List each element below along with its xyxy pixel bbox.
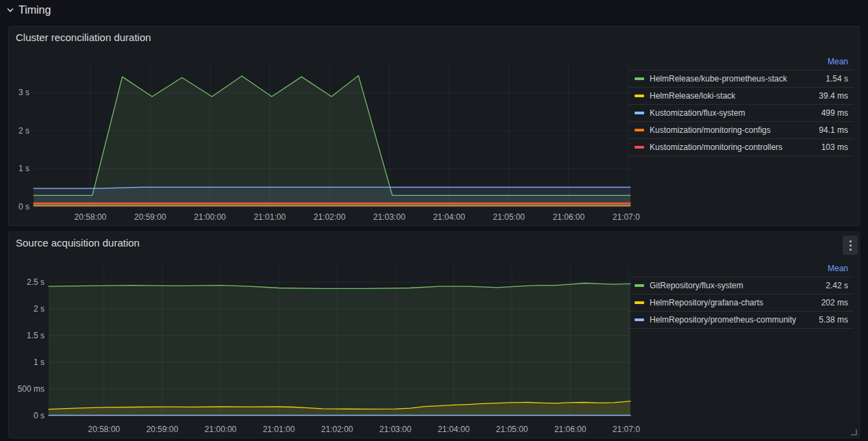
panel-cluster-reconciliation-duration: Cluster reconciliation duration 0 s1 s2 … — [8, 26, 860, 226]
series-color-swatch-icon — [635, 112, 644, 114]
time-series-plot[interactable]: 0 s500 ms1 s1.5 s2 s2.5 s20:58:0020:59:0… — [9, 260, 640, 439]
panel-title[interactable]: Cluster reconciliation duration — [16, 32, 151, 43]
series-color-swatch-icon — [635, 146, 644, 149]
svg-text:21:02:00: 21:02:00 — [314, 212, 346, 222]
legend-mean-value: 94.1 ms — [819, 125, 848, 135]
svg-text:0 s: 0 s — [18, 202, 29, 212]
series-color-swatch-icon — [635, 94, 644, 97]
svg-text:20:59:00: 20:59:00 — [134, 212, 166, 222]
svg-text:21:01:00: 21:01:00 — [263, 425, 295, 434]
svg-text:500 ms: 500 ms — [18, 384, 44, 394]
legend-series-label: HelmRepository/grafana-charts — [650, 298, 816, 307]
panel-title[interactable]: Source acquisition duration — [16, 237, 140, 249]
series-color-swatch-icon — [635, 301, 644, 304]
legend-mean-column-header[interactable]: Mean — [629, 260, 854, 277]
svg-text:1.5 s: 1.5 s — [27, 331, 44, 340]
svg-text:1 s: 1 s — [18, 164, 29, 173]
legend-series-label: HelmRelease/kube-prometheus-stack — [650, 74, 820, 84]
time-series-chart-area[interactable]: 0 s500 ms1 s1.5 s2 s2.5 s20:58:0020:59:0… — [9, 260, 640, 439]
svg-text:20:58:00: 20:58:00 — [75, 212, 107, 222]
panel-resize-handle[interactable] — [851, 429, 857, 436]
legend-item[interactable]: Kustomization/monitoring-controllers103 … — [629, 139, 854, 156]
svg-text:21:05:00: 21:05:00 — [493, 212, 525, 222]
svg-text:20:58:00: 20:58:00 — [88, 425, 120, 434]
time-series-chart-area[interactable]: 0 s1 s2 s3 s20:58:0020:59:0021:00:0021:0… — [9, 51, 640, 224]
legend-mean-value: 39.4 ms — [819, 91, 848, 101]
svg-text:2 s: 2 s — [18, 126, 29, 136]
legend-rows: GitRepository/flux-system2.42 sHelmRepos… — [629, 277, 854, 329]
legend-mean-value: 202 ms — [821, 298, 848, 307]
svg-text:21:00:00: 21:00:00 — [194, 212, 226, 222]
legend-series-label: GitRepository/flux-system — [650, 281, 820, 290]
chevron-down-icon — [5, 5, 15, 15]
legend-mean-value: 1.54 s — [826, 74, 848, 84]
legend-series-label: Kustomization/flux-system — [650, 108, 816, 118]
time-series-plot[interactable]: 0 s1 s2 s3 s20:58:0020:59:0021:00:0021:0… — [9, 51, 640, 224]
svg-text:21:07:00: 21:07:00 — [613, 425, 640, 434]
svg-text:21:07:00: 21:07:00 — [613, 212, 640, 222]
legend-item[interactable]: GitRepository/flux-system2.42 s — [629, 277, 854, 294]
legend: Mean HelmRelease/kube-prometheus-stack1.… — [629, 53, 854, 156]
svg-text:21:03:00: 21:03:00 — [379, 425, 411, 434]
legend-item[interactable]: HelmRepository/grafana-charts202 ms — [629, 294, 854, 312]
svg-text:21:04:00: 21:04:00 — [437, 425, 470, 434]
legend-mean-value: 5.38 ms — [819, 315, 848, 325]
svg-text:21:04:00: 21:04:00 — [433, 212, 465, 222]
legend-series-label: HelmRepository/prometheus-community — [650, 315, 813, 325]
svg-text:21:06:00: 21:06:00 — [554, 425, 587, 434]
series-color-swatch-icon — [635, 318, 644, 321]
legend-item[interactable]: Kustomization/flux-system499 ms — [629, 105, 854, 122]
svg-text:21:02:00: 21:02:00 — [321, 425, 353, 434]
svg-text:0 s: 0 s — [34, 411, 44, 420]
series-color-swatch-icon — [635, 77, 644, 80]
legend-item[interactable]: HelmRepository/prometheus-community5.38 … — [629, 312, 854, 329]
svg-text:21:01:00: 21:01:00 — [254, 212, 286, 222]
legend-rows: HelmRelease/kube-prometheus-stack1.54 sH… — [629, 71, 854, 156]
section-header-timing[interactable]: Timing — [5, 2, 51, 18]
legend-mean-value: 499 ms — [821, 108, 848, 118]
svg-text:1 s: 1 s — [34, 357, 44, 367]
legend: Mean GitRepository/flux-system2.42 sHelm… — [629, 260, 854, 329]
svg-text:20:59:00: 20:59:00 — [146, 425, 179, 434]
series-color-swatch-icon — [635, 129, 644, 131]
svg-text:3 s: 3 s — [18, 88, 29, 97]
svg-text:21:00:00: 21:00:00 — [205, 425, 237, 434]
svg-text:21:05:00: 21:05:00 — [496, 425, 528, 434]
legend-item[interactable]: Kustomization/monitoring-configs94.1 ms — [629, 122, 854, 139]
svg-text:21:06:00: 21:06:00 — [552, 212, 585, 222]
svg-text:21:03:00: 21:03:00 — [373, 212, 405, 222]
series-color-swatch-icon — [635, 284, 644, 287]
legend-series-label: Kustomization/monitoring-configs — [650, 125, 813, 135]
legend-series-label: HelmRelease/loki-stack — [650, 91, 813, 101]
panel-source-acquisition-duration: Source acquisition duration 0 s500 ms1 s… — [8, 231, 860, 438]
legend-item[interactable]: HelmRelease/loki-stack39.4 ms — [629, 88, 854, 105]
svg-text:2.5 s: 2.5 s — [27, 277, 44, 287]
legend-item[interactable]: HelmRelease/kube-prometheus-stack1.54 s — [629, 71, 854, 88]
section-title: Timing — [18, 4, 51, 16]
svg-text:2 s: 2 s — [34, 304, 44, 314]
legend-series-label: Kustomization/monitoring-controllers — [650, 142, 816, 152]
legend-mean-value: 103 ms — [821, 142, 848, 152]
panel-menu-kebab-icon[interactable] — [843, 236, 858, 255]
legend-mean-value: 2.42 s — [826, 281, 848, 290]
legend-mean-column-header[interactable]: Mean — [629, 53, 854, 71]
